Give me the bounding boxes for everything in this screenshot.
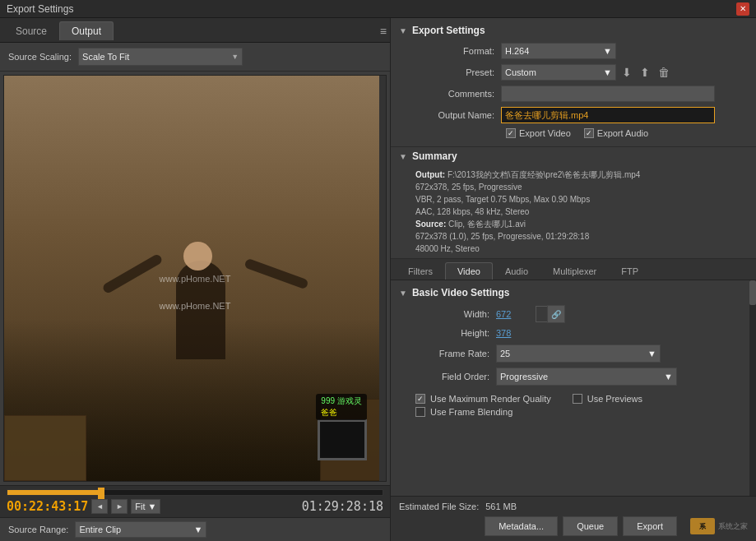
field-order-dropdown[interactable]: Progressive ▼ xyxy=(496,368,677,386)
max-render-checkbox[interactable]: ✓ xyxy=(415,394,425,404)
inner-tabs: Filters Video Audio Multiplexer FTP xyxy=(391,259,756,280)
source-range-label: Source Range: xyxy=(8,525,68,534)
basic-video-collapse-icon[interactable]: ▼ xyxy=(399,289,407,298)
output-audio: AAC, 128 kbps, 48 kHz, Stereo xyxy=(415,207,529,216)
tab-video[interactable]: Video xyxy=(445,262,493,280)
link-bracket-top xyxy=(536,306,547,322)
brand-text: 系统之家 xyxy=(718,521,748,532)
width-value[interactable]: 672 xyxy=(496,309,529,319)
height-value[interactable]: 378 xyxy=(496,328,529,338)
brand-icon: 系 xyxy=(690,518,715,534)
video-scrollbar[interactable] xyxy=(379,76,386,481)
summary-title: Summary xyxy=(412,150,457,162)
left-panel-tabs: Source Output ≡ xyxy=(0,18,390,43)
next-frame-button[interactable]: ► xyxy=(111,499,128,514)
output-name-value[interactable]: 爸爸去哪儿剪辑.mp4 xyxy=(501,107,715,123)
link-icon[interactable]: 🔗 xyxy=(547,305,565,323)
output-path: F:\2013我的文档\百度经验\pre2\爸爸去哪儿剪辑.mp4 xyxy=(448,170,641,179)
save-preset-icon[interactable]: ⬇ xyxy=(619,66,634,79)
file-size-row: Estimated File Size: 561 MB xyxy=(399,502,748,511)
format-dropdown[interactable]: H.264 ▼ xyxy=(501,43,616,59)
frame-blending-row: Use Frame Blending xyxy=(407,407,748,417)
preset-row: Preset: Custom ▼ ⬇ ⬆ 🗑 xyxy=(399,64,748,81)
width-row: Width: 672 🔗 xyxy=(399,305,748,323)
prev-frame-button[interactable]: ◄ xyxy=(91,499,108,514)
summary-header: ▼ Summary xyxy=(399,150,748,162)
source-label: Source: xyxy=(415,220,446,229)
import-preset-icon[interactable]: ⬆ xyxy=(638,66,652,79)
source-scaling-dropdown[interactable]: Scale To Fit ▼ xyxy=(78,48,243,66)
output-resolution: 672x378, 25 fps, Progressive xyxy=(415,183,522,192)
export-settings-title: Export Settings xyxy=(412,25,485,36)
field-order-row: Field Order: Progressive ▼ xyxy=(399,368,748,386)
source-details: 672x378 (1.0), 25 fps, Progressive, 01:2… xyxy=(415,232,589,241)
export-video-label[interactable]: ✓ Export Video xyxy=(506,128,571,138)
scrollbar-thumb[interactable] xyxy=(749,280,756,305)
left-panel: Source Output ≡ Source Scaling: Scale To… xyxy=(0,18,391,541)
basic-video-title: Basic Video Settings xyxy=(412,287,509,298)
fit-dropdown[interactable]: Fit ▼ xyxy=(131,499,160,514)
frame-blending-checkbox[interactable] xyxy=(415,407,425,417)
preset-dropdown[interactable]: Custom ▼ xyxy=(501,64,616,81)
source-scaling-label: Source Scaling: xyxy=(8,52,72,62)
summary-section: ▼ Summary Output: F:\2013我的文档\百度经验\pre2\… xyxy=(391,147,756,259)
field-order-label: Field Order: xyxy=(407,372,489,381)
output-label: Output: xyxy=(415,170,445,179)
tab-multiplexer[interactable]: Multiplexer xyxy=(540,262,609,280)
export-audio-checkbox[interactable]: ✓ xyxy=(584,128,594,138)
tv xyxy=(318,419,367,460)
bottom-buttons: Metadata... Queue Export 系 系统之家 xyxy=(399,516,748,536)
summary-collapse-icon[interactable]: ▼ xyxy=(399,152,407,161)
metadata-button[interactable]: Metadata... xyxy=(485,516,558,536)
watermark: www.pHome.NET xyxy=(160,301,231,311)
overlay-badge: 999 游戏灵 爸爸 xyxy=(316,394,366,420)
export-settings-section: ▼ Export Settings Format: H.264 ▼ Preset… xyxy=(391,18,756,147)
tabs-menu-icon[interactable]: ≡ xyxy=(380,25,387,38)
badge-999: 999 游戏灵 xyxy=(321,396,361,405)
dropdown-arrow-icon: ▼ xyxy=(231,53,239,61)
output-name-label: Output Name: xyxy=(412,110,494,120)
max-render-row: ✓ Use Maximum Render Quality Use Preview… xyxy=(407,394,748,404)
use-previews-group: Use Previews xyxy=(573,394,642,404)
link-constraint: 🔗 xyxy=(529,305,565,323)
export-audio-label[interactable]: ✓ Export Audio xyxy=(584,128,648,138)
collapse-icon[interactable]: ▼ xyxy=(399,26,407,35)
source-range-row: Source Range: Entire Clip ▼ xyxy=(0,517,390,541)
output-bitrate: VBR, 2 pass, Target 0.75 Mbps, Max 0.90 … xyxy=(415,195,590,204)
use-previews-checkbox[interactable] xyxy=(573,394,582,404)
frame-rate-dropdown[interactable]: 25 ▼ xyxy=(496,344,661,363)
queue-button[interactable]: Queue xyxy=(563,516,618,536)
timeline-marker[interactable] xyxy=(98,488,104,499)
person-head xyxy=(183,242,212,270)
tab-source[interactable]: Source xyxy=(3,21,59,40)
close-button[interactable]: ✕ xyxy=(736,2,749,16)
tab-filters[interactable]: Filters xyxy=(396,262,445,280)
export-video-checkbox[interactable]: ✓ xyxy=(506,128,516,138)
tab-audio[interactable]: Audio xyxy=(493,262,540,280)
bottom-bar: Estimated File Size: 561 MB Metadata... … xyxy=(391,496,756,541)
preset-label: Preset: xyxy=(412,67,494,77)
export-button[interactable]: Export xyxy=(623,516,677,536)
comments-input[interactable] xyxy=(501,86,715,102)
source-range-dropdown[interactable]: Entire Clip ▼ xyxy=(75,521,206,538)
title-bar: Export Settings ✕ xyxy=(0,0,756,18)
source-audio: 48000 Hz, Stereo xyxy=(415,244,480,253)
preset-icons: ⬇ ⬆ 🗑 xyxy=(619,66,672,79)
timecode-end: 01:29:28:18 xyxy=(302,499,383,514)
estimated-file-size-value: 561 MB xyxy=(485,502,517,511)
max-render-label: Use Maximum Render Quality xyxy=(430,394,551,404)
timeline-progress xyxy=(7,490,101,495)
field-order-arrow-icon: ▼ xyxy=(664,372,673,381)
comments-label: Comments: xyxy=(412,89,494,99)
export-options-row: ✓ Export Video ✓ Export Audio xyxy=(399,128,748,138)
timeline-area: 00:22:43:17 ◄ ► Fit ▼ 01:29:28:18 xyxy=(0,485,390,517)
preset-dropdown-arrow: ▼ xyxy=(603,67,612,77)
panel-scrollbar[interactable] xyxy=(749,280,756,496)
tab-ftp[interactable]: FTP xyxy=(609,262,651,280)
summary-content: Output: F:\2013我的文档\百度经验\pre2\爸爸去哪儿剪辑.mp… xyxy=(399,169,748,255)
badge-text: 爸爸 xyxy=(321,408,337,417)
delete-preset-icon[interactable]: 🗑 xyxy=(656,66,672,79)
timeline-bar[interactable] xyxy=(7,489,383,496)
tab-output[interactable]: Output xyxy=(59,21,114,40)
video-image: www.pHome.NET 999 游戏灵 爸爸 www.pHome.NET xyxy=(4,76,386,481)
